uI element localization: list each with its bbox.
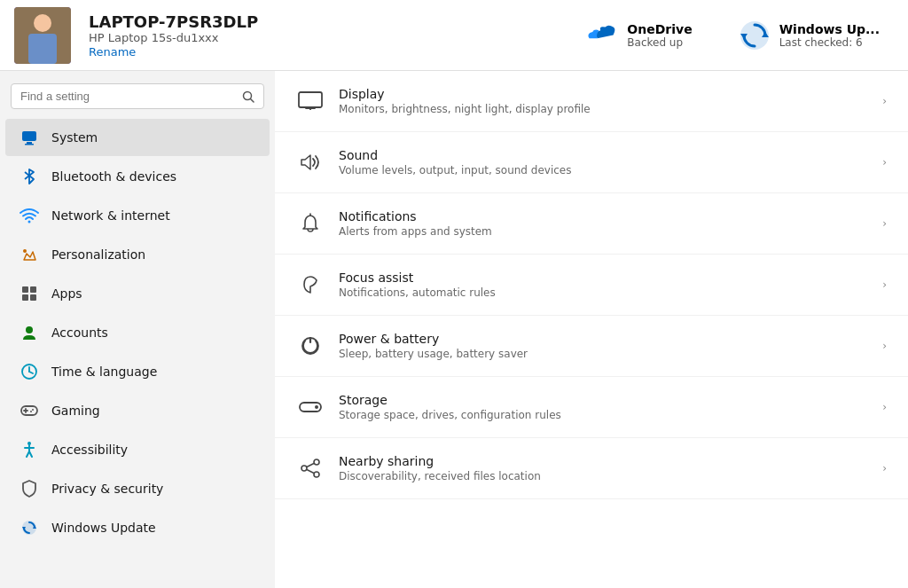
svg-line-45 [307,464,314,467]
windows-update-service: Windows Up... Last checked: 6 [724,20,894,51]
device-model: HP Laptop 15s-du1xxx [89,31,554,44]
search-bar[interactable] [11,83,264,109]
sidebar-label-personalization: Personalization [51,247,145,262]
svg-line-21 [29,372,33,373]
onedrive-status: Backed up [627,36,692,49]
notifications-desc: Alerts from apps and system [339,225,492,238]
sound-chevron: › [882,156,887,169]
power-icon [296,332,325,360]
svg-rect-14 [22,286,28,293]
storage-chevron: › [882,401,887,413]
svg-line-8 [251,98,254,102]
sidebar-label-accounts: Accounts [51,325,108,340]
nearby-text: Nearby sharing Discoverability, received… [339,454,541,482]
svg-rect-9 [22,131,36,141]
rename-link[interactable]: Rename [89,45,136,59]
storage-icon [296,393,325,421]
sidebar-label-time: Time & language [51,365,157,379]
display-chevron: › [882,95,887,107]
display-text: Display Monitors, brightness, night ligh… [339,87,591,115]
svg-rect-17 [30,294,36,301]
sidebar-item-time[interactable]: Time & language [5,353,270,390]
svg-point-13 [23,249,27,253]
svg-point-26 [30,411,32,412]
search-icon [242,90,254,103]
accessibility-icon [20,440,39,459]
gaming-icon [20,401,39,420]
sidebar-label-accessibility: Accessibility [51,443,128,457]
svg-line-46 [307,470,314,474]
content-panel: Display Monitors, brightness, night ligh… [275,71,908,588]
sidebar-item-accounts[interactable]: Accounts [5,314,270,351]
notifications-icon [296,209,325,238]
focus-text: Focus assist Notifications, automatic ru… [339,270,496,299]
svg-point-18 [26,326,33,333]
svg-rect-11 [25,144,34,145]
svg-point-12 [28,221,31,223]
sidebar-item-privacy[interactable]: Privacy & security [5,470,270,507]
windows-update-info: Windows Up... Last checked: 6 [779,22,880,49]
display-desc: Monitors, brightness, night light, displ… [339,103,591,115]
focus-icon [296,270,325,299]
nearby-chevron: › [882,462,887,474]
onedrive-name: OneDrive [627,22,692,36]
sound-desc: Volume levels, output, input, sound devi… [339,164,571,176]
sidebar-label-gaming: Gaming [51,404,100,418]
sidebar-item-network[interactable]: Network & internet [5,197,270,234]
windows-update-name: Windows Up... [779,22,880,36]
svg-point-3 [36,17,49,29]
network-icon [20,206,39,225]
main-layout: System Bluetooth & devices [0,71,908,588]
onedrive-icon [586,20,618,51]
bluetooth-icon [20,167,39,186]
storage-text: Storage Storage space, drives, configura… [339,393,561,421]
onedrive-info: OneDrive Backed up [627,22,692,49]
nearby-desc: Discoverability, received files location [339,470,541,482]
windows-update-status: Last checked: 6 [779,36,880,49]
device-name: LAPTOP-7PSR3DLP [89,12,554,31]
update-icon [20,518,39,537]
sidebar-label-privacy: Privacy & security [51,482,163,496]
accounts-icon [20,323,39,342]
settings-item-focus[interactable]: Focus assist Notifications, automatic ru… [275,255,908,316]
focus-title: Focus assist [339,270,496,285]
sidebar-label-windows-update: Windows Update [51,521,156,535]
storage-title: Storage [339,393,561,407]
sidebar-label-network: Network & internet [51,208,170,223]
focus-chevron: › [882,278,887,291]
svg-rect-2 [28,34,57,64]
storage-desc: Storage space, drives, configuration rul… [339,409,561,421]
settings-item-display[interactable]: Display Monitors, brightness, night ligh… [275,71,908,132]
settings-item-notifications[interactable]: Notifications Alerts from apps and syste… [275,193,908,255]
power-chevron: › [882,340,887,352]
sidebar-item-gaming[interactable]: Gaming [5,392,270,429]
svg-rect-16 [22,294,28,301]
svg-rect-35 [299,92,322,107]
notifications-chevron: › [882,217,887,230]
power-title: Power & battery [339,332,528,346]
settings-item-power[interactable]: Power & battery Sleep, battery usage, ba… [275,316,908,377]
notifications-title: Notifications [339,209,492,223]
nearby-icon [296,454,325,482]
svg-point-41 [315,405,318,409]
sidebar-item-apps[interactable]: Apps [5,275,270,312]
settings-item-storage[interactable]: Storage Storage space, drives, configura… [275,377,908,438]
sidebar-item-windows-update[interactable]: Windows Update [5,509,270,546]
settings-item-sound[interactable]: Sound Volume levels, output, input, soun… [275,132,908,193]
svg-point-25 [32,409,34,411]
sound-title: Sound [339,148,571,162]
sidebar-label-apps: Apps [51,286,82,301]
svg-point-43 [301,466,307,471]
svg-line-31 [29,451,32,457]
time-icon [20,362,39,381]
sidebar-item-bluetooth[interactable]: Bluetooth & devices [5,158,270,195]
svg-point-44 [314,472,319,477]
privacy-icon [20,479,39,498]
sidebar-item-accessibility[interactable]: Accessibility [5,431,270,468]
search-input[interactable] [20,90,235,103]
device-info: LAPTOP-7PSR3DLP HP Laptop 15s-du1xxx Ren… [89,12,554,59]
svg-rect-15 [30,286,36,293]
sidebar-item-personalization[interactable]: Personalization [5,236,270,273]
sidebar-item-system[interactable]: System [5,119,270,156]
settings-item-nearby[interactable]: Nearby sharing Discoverability, received… [275,438,908,499]
